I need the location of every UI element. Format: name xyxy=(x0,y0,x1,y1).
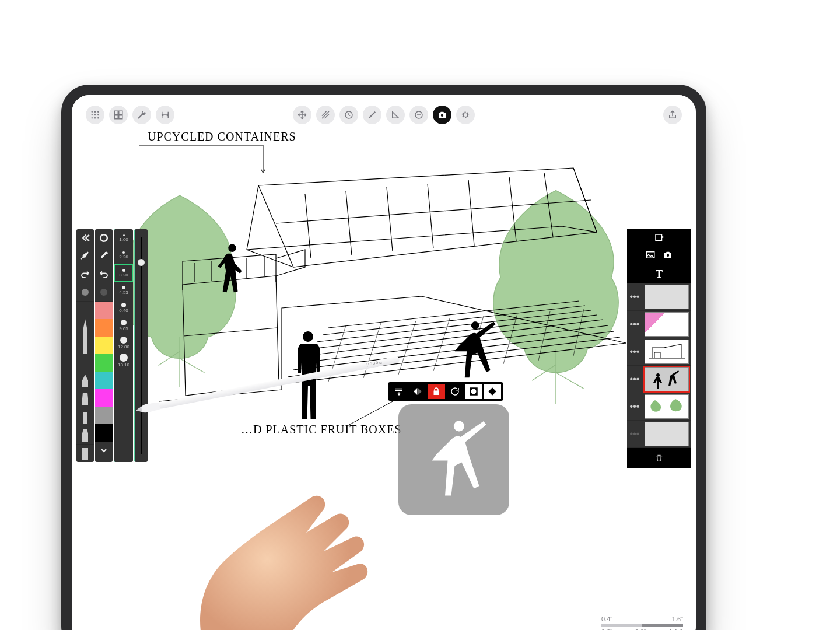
layer-row[interactable]: ••• xyxy=(627,393,691,421)
camera-small-icon[interactable] xyxy=(663,250,673,262)
lock-icon[interactable] xyxy=(428,384,445,399)
jumping-figure-icon xyxy=(413,416,495,503)
brush-size-slider[interactable] xyxy=(134,229,148,462)
image-icon[interactable] xyxy=(645,250,656,262)
visibility-icon[interactable]: ••• xyxy=(627,346,642,357)
color-swatch[interactable] xyxy=(95,302,113,319)
hatch-icon[interactable] xyxy=(316,106,335,124)
svg-point-6 xyxy=(94,114,96,116)
user-hand xyxy=(171,433,393,630)
grid-icon[interactable] xyxy=(86,106,104,124)
pen-tip-round[interactable] xyxy=(76,372,94,390)
redo-icon[interactable] xyxy=(76,265,94,284)
visibility-icon[interactable]: ••• xyxy=(627,319,642,330)
svg-point-25 xyxy=(656,373,660,377)
brush-size[interactable]: 12.80 xyxy=(114,334,133,352)
layer-options-bar xyxy=(388,382,503,401)
share-icon[interactable] xyxy=(663,106,682,124)
brush-size[interactable]: 2.26 xyxy=(114,247,133,264)
svg-rect-14 xyxy=(119,116,123,119)
layer-row[interactable]: ••• xyxy=(627,338,691,366)
scale-readout: 0.4"1.6" 0.2"0.8"1:1.6 xyxy=(601,615,683,630)
opacity-icon[interactable] xyxy=(76,284,94,302)
visibility-icon[interactable]: ••• xyxy=(627,429,642,439)
color-swatch[interactable] xyxy=(95,424,113,442)
brush-size[interactable]: 9.05 xyxy=(114,317,133,334)
svg-point-8 xyxy=(92,117,93,118)
svg-point-20 xyxy=(100,235,107,242)
color-swatch[interactable] xyxy=(95,389,113,407)
color-swatch[interactable] xyxy=(95,407,113,424)
svg-point-7 xyxy=(97,114,99,116)
svg-rect-13 xyxy=(114,116,118,119)
svg-point-1 xyxy=(471,389,477,394)
figure-silhouette xyxy=(215,241,250,296)
angle-icon[interactable] xyxy=(386,106,405,124)
pen-tip-chisel[interactable] xyxy=(76,390,94,408)
color-swatch[interactable] xyxy=(95,319,113,337)
svg-rect-11 xyxy=(114,111,118,114)
svg-rect-19 xyxy=(83,412,88,424)
top-center-toolbar xyxy=(290,106,477,124)
move-icon[interactable] xyxy=(293,106,312,124)
circle-minus-icon[interactable] xyxy=(410,106,428,124)
visibility-icon[interactable]: ••• xyxy=(627,401,642,412)
svg-point-18 xyxy=(82,289,89,296)
dimension-icon[interactable] xyxy=(156,106,174,124)
visibility-icon[interactable]: ••• xyxy=(627,374,642,384)
svg-rect-12 xyxy=(119,111,123,114)
gear-icon[interactable] xyxy=(456,106,475,124)
top-left-toolbar xyxy=(83,106,177,124)
text-icon[interactable]: T xyxy=(627,265,691,284)
pen-tip-broad[interactable] xyxy=(76,444,94,462)
svg-point-4 xyxy=(97,111,99,113)
trash-icon[interactable] xyxy=(627,448,691,468)
figure-silhouette xyxy=(445,316,498,386)
add-layer-icon[interactable] xyxy=(627,229,691,247)
brush-icon[interactable] xyxy=(76,247,94,265)
layout-icon[interactable] xyxy=(109,106,128,124)
svg-point-3 xyxy=(94,111,96,113)
brush-size[interactable]: 18.10 xyxy=(114,352,133,369)
layer-preview-overlay[interactable] xyxy=(398,404,509,515)
ring-icon[interactable] xyxy=(95,229,113,247)
svg-rect-22 xyxy=(656,235,662,241)
chevron-down-icon[interactable] xyxy=(95,442,113,459)
wrench-icon[interactable] xyxy=(132,106,151,124)
svg-point-10 xyxy=(97,117,99,118)
camera-icon[interactable] xyxy=(433,106,452,124)
eyedropper-icon[interactable] xyxy=(95,247,113,265)
flip-h-icon[interactable] xyxy=(409,384,426,399)
collapse-icon[interactable] xyxy=(76,229,94,247)
diamond-icon[interactable] xyxy=(484,384,501,399)
clock-icon[interactable] xyxy=(340,106,358,124)
line-icon[interactable] xyxy=(363,106,382,124)
pen-tip-fine[interactable] xyxy=(76,302,94,372)
layer-row[interactable]: ••• xyxy=(627,311,691,338)
left-tool-panel: 1.60 2.26 3.20 4.53 6.40 9.05 12.80 18.1… xyxy=(76,229,149,462)
mask-icon[interactable] xyxy=(465,384,482,399)
brush-size[interactable]: 1.60 xyxy=(114,229,133,247)
pen-tip-marker[interactable] xyxy=(76,426,94,444)
pen-tip-flat[interactable] xyxy=(76,408,94,426)
brush-size[interactable]: 3.20 xyxy=(114,264,133,282)
layer-row[interactable]: ••• xyxy=(627,366,691,393)
layer-row[interactable]: ••• xyxy=(627,421,691,448)
layer-row[interactable]: ••• xyxy=(627,284,691,311)
svg-point-21 xyxy=(100,289,107,296)
undo-icon[interactable] xyxy=(95,265,113,284)
eraser-icon[interactable] xyxy=(95,284,113,302)
brush-size[interactable]: 4.53 xyxy=(114,282,133,299)
svg-point-24 xyxy=(667,254,670,257)
right-layer-panel: T ••• ••• ••• ••• ••• ••• xyxy=(627,229,691,468)
annotation-arrow xyxy=(135,141,269,176)
brush-size[interactable]: 6.40 xyxy=(114,299,133,317)
merge-down-icon[interactable] xyxy=(390,384,408,399)
visibility-icon[interactable]: ••• xyxy=(627,292,642,302)
color-swatch[interactable] xyxy=(95,354,113,372)
svg-point-9 xyxy=(94,117,96,118)
color-swatch[interactable] xyxy=(95,337,113,354)
svg-point-5 xyxy=(92,114,93,116)
rotate-icon[interactable] xyxy=(446,384,464,399)
color-swatch[interactable] xyxy=(95,372,113,389)
